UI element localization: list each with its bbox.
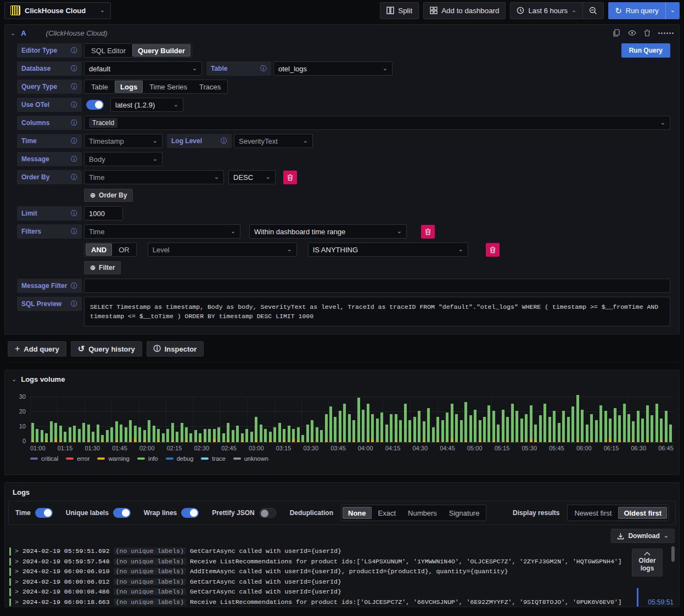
info-icon[interactable]: ⓘ [71,100,77,110]
prettify-json-toggle[interactable] [259,508,277,518]
order-by-direction-select[interactable]: DESC⌄ [228,170,276,184]
older-logs-button[interactable]: Older logs [632,549,663,577]
expand-log-chevron-icon[interactable]: > [15,558,19,565]
query-type-table[interactable]: Table [86,81,114,93]
log-labels: (no unique labels) [114,578,186,585]
query-ref-id[interactable]: A [21,29,26,37]
inspector-button[interactable]: ⓘ Inspector [147,341,204,357]
log-row[interactable]: >2024-02-19 05:59:57.548(no unique label… [9,557,675,567]
time-toggle[interactable] [35,508,53,518]
logs-scrollbar[interactable] [671,546,675,562]
columns-multiselect[interactable]: TraceId ⌄ [84,116,670,130]
info-icon[interactable]: ⓘ [71,299,77,309]
log-row[interactable]: >2024-02-19 05:59:51.692(no unique label… [9,546,675,557]
join-and[interactable]: AND [86,244,112,256]
expand-log-chevron-icon[interactable]: > [15,588,19,595]
info-icon[interactable]: ⓘ [71,46,77,55]
info-icon[interactable]: ⓘ [71,155,77,164]
chart-plot-area[interactable] [30,397,674,443]
filter-condition-select[interactable]: Within dashboard time range⌄ [249,224,407,239]
add-order-by-button[interactable]: ⊕ Order By [84,189,133,202]
info-icon[interactable]: ⓘ [71,64,77,74]
filter-field-select[interactable]: Time⌄ [84,224,240,239]
query-type-traces[interactable]: Traces [194,81,226,93]
info-icon[interactable]: ⓘ [71,227,77,236]
query-type-time-series[interactable]: Time Series [144,81,193,93]
legend-item-warning[interactable]: warning [97,455,130,462]
run-query-button[interactable]: ↻ Run query [608,2,665,19]
unique-labels-toggle-control: Unique labels [66,508,131,518]
info-icon[interactable]: ⓘ [71,82,77,92]
legend-item-error[interactable]: error [66,455,89,462]
table-select[interactable]: otel_logs⌄ [273,61,393,76]
volume-bar [474,410,476,442]
time-range-picker[interactable]: Last 6 hours ⌄ [511,3,582,19]
message-filter-input[interactable] [84,279,670,293]
run-query-dropdown[interactable]: ⌄ [665,2,680,19]
display-newest-first[interactable]: Newest first [569,507,617,519]
download-button[interactable]: Download ⌄ [611,529,675,543]
hide-response-eye-icon[interactable] [628,30,636,36]
dedup-none[interactable]: None [343,507,372,519]
duplicate-query-icon[interactable] [613,29,620,37]
info-icon[interactable]: ⓘ [260,64,267,74]
limit-input[interactable] [84,206,123,221]
wrap-lines-toggle[interactable] [181,508,199,518]
info-icon[interactable]: ⓘ [71,137,77,146]
add-query-button[interactable]: + Add query [8,341,66,357]
remove-level-filter-button[interactable] [486,243,500,257]
legend-item-critical[interactable]: critical [30,455,58,462]
collapse-chevron-icon[interactable]: ⌄ [12,376,16,383]
volume-bar [115,421,118,442]
otel-version-select[interactable]: latest (1.2.9)⌄ [110,98,183,112]
add-to-dashboard-button[interactable]: Add to dashboard [423,2,506,19]
log-level-select[interactable]: SeverityText⌄ [234,134,313,148]
legend-item-unknown[interactable]: unknown [233,455,268,462]
remove-filter-button[interactable] [421,225,435,239]
zoom-out-button[interactable] [582,3,603,19]
add-filter-button[interactable]: ⊕ Filter [84,261,121,274]
split-button[interactable]: Split [380,2,419,19]
time-column-select[interactable]: Timestamp⌄ [84,134,162,148]
info-icon[interactable]: ⓘ [71,281,77,291]
query-history-button[interactable]: ↺ Query history [71,341,142,357]
expand-log-chevron-icon[interactable]: > [15,547,19,555]
volume-bar [78,429,81,442]
dedup-numbers[interactable]: Numbers [402,507,442,519]
collapse-chevron-icon[interactable]: ⌄ [10,30,15,37]
display-oldest-first[interactable]: Oldest first [618,507,667,519]
info-icon[interactable]: ⓘ [221,137,227,146]
drag-handle-icon[interactable] [658,32,674,34]
remove-query-trash-icon[interactable] [644,29,651,37]
message-column-select[interactable]: Body⌄ [84,152,162,166]
log-row[interactable]: >2024-02-19 06:00:08.486(no unique label… [9,587,675,597]
unique-labels-toggle[interactable] [113,508,131,518]
query-type-logs[interactable]: Logs [115,81,143,93]
log-row[interactable]: >2024-02-19 06:00:06.010(no unique label… [9,567,675,577]
datasource-picker[interactable]: ClickHouse Cloud ⌄ [4,2,111,19]
legend-item-debug[interactable]: debug [166,455,194,462]
info-icon[interactable]: ⓘ [71,173,77,182]
expand-log-chevron-icon[interactable]: > [15,578,19,585]
expand-log-chevron-icon[interactable]: > [15,598,19,606]
legend-item-info[interactable]: info [137,455,158,462]
editor-type-sql-editor[interactable]: SQL Editor [86,44,131,56]
log-row[interactable]: >2024-02-19 06:00:06.012(no unique label… [9,577,675,587]
join-or[interactable]: OR [113,244,135,256]
order-by-field-select[interactable]: Time⌄ [84,170,224,184]
info-icon[interactable]: ⓘ [71,209,77,218]
legend-item-trace[interactable]: trace [201,455,225,462]
editor-type-query-builder[interactable]: Query Builder [132,44,190,56]
log-row[interactable]: >2024-02-19 06:00:18.663(no unique label… [9,597,675,607]
column-tag[interactable]: TraceId [89,118,117,128]
filter-level-select[interactable]: Level⌄ [148,242,297,257]
dedup-signature[interactable]: Signature [444,507,485,519]
info-icon[interactable]: ⓘ [71,118,77,128]
remove-order-by-button[interactable] [283,171,297,184]
filter-operator-select[interactable]: IS ANYTHING⌄ [308,242,468,257]
use-otel-toggle[interactable] [86,100,104,110]
database-select[interactable]: default⌄ [84,61,202,76]
expand-log-chevron-icon[interactable]: > [15,568,19,575]
dedup-exact[interactable]: Exact [373,507,402,519]
run-query-panel-button[interactable]: Run Query [621,43,670,58]
